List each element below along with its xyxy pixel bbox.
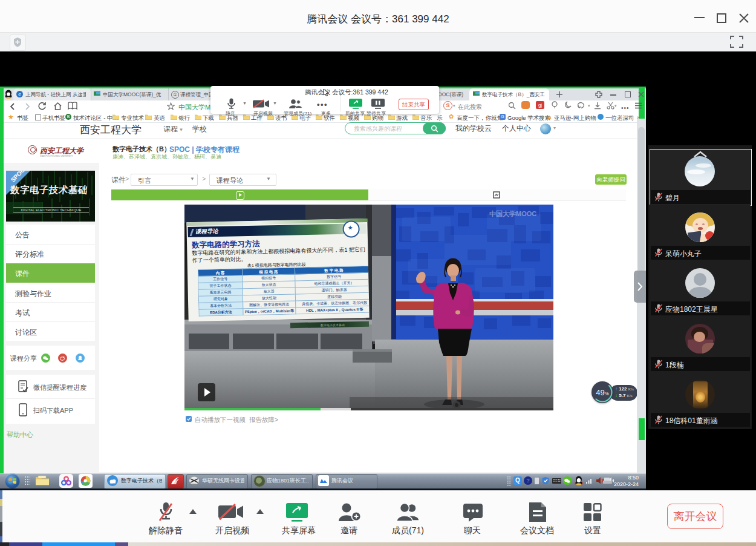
svg-text:中国大学MOOC: 中国大学MOOC xyxy=(489,210,536,217)
